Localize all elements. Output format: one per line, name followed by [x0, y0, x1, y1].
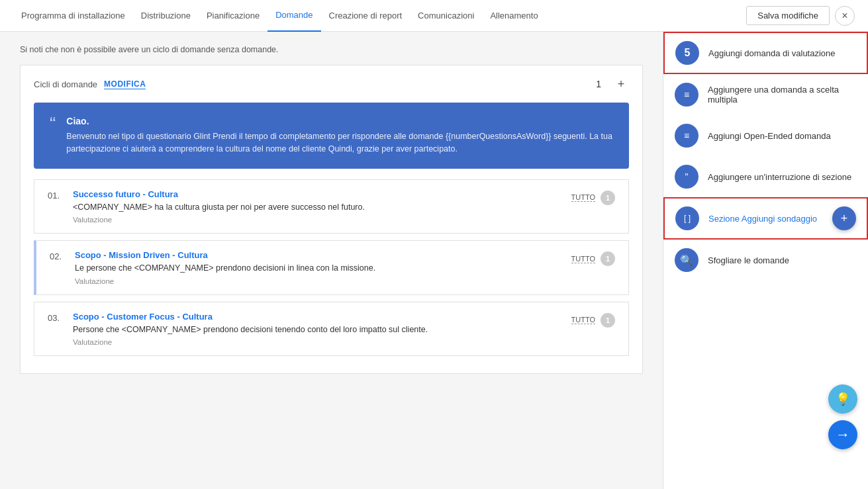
nav-programma[interactable]: Programma di installazione	[13, 0, 133, 32]
fab-group: 💡 →	[828, 384, 857, 449]
action-icon-lines: ≡	[675, 124, 699, 148]
question-number: 02.	[50, 250, 66, 261]
action-icon-quote: "	[675, 165, 699, 189]
note-text: Si noti che non è possibile avere un cic…	[20, 45, 643, 54]
cycles-label: Cicli di domande	[34, 79, 97, 89]
question-row: 02. Scopo - Mission Driven - Cultura Le …	[34, 240, 629, 295]
question-audience[interactable]: TUTTO	[571, 255, 595, 263]
question-right: TUTTO 1	[571, 250, 615, 266]
intro-body: Benvenuto nel tipo di questionario Glint…	[66, 130, 613, 156]
action-item-valutazione[interactable]: 5 Aggiungi domanda di valutazione	[663, 32, 868, 74]
center-panel: Si noti che non è possibile avere un cic…	[0, 32, 663, 489]
question-text: <COMPANY_NAME> ha la cultura giusta per …	[73, 202, 562, 214]
action-icon-search: 🔍	[675, 248, 699, 272]
nav-comunicazioni[interactable]: Comunicazioni	[410, 0, 482, 32]
question-badge: 1	[601, 191, 615, 205]
nav-domande[interactable]: Domande	[267, 0, 320, 32]
sezione-plus-fab[interactable]: +	[832, 206, 856, 230]
question-body: Scopo - Customer Focus - Cultura Persone…	[73, 312, 562, 347]
top-navigation: Programma di installazione Distribuzione…	[0, 0, 868, 32]
action-icon-bracket: [ ]	[675, 206, 699, 230]
question-title: Scopo - Customer Focus - Cultura	[73, 312, 562, 322]
action-label-scelta: Aggiungere una domanda a scelta multipla	[708, 85, 857, 105]
intro-title: Ciao.	[66, 116, 613, 126]
quote-icon: “	[50, 113, 56, 134]
question-audience[interactable]: TUTTO	[571, 193, 595, 202]
question-text: Le persone che <COMPANY_NAME> prendono d…	[75, 263, 562, 275]
close-button[interactable]: ×	[835, 6, 855, 26]
cycles-add-button[interactable]: +	[613, 76, 629, 92]
action-list: 5 Aggiungi domanda di valutazione ≡ Aggi…	[663, 32, 868, 281]
bulb-fab[interactable]: 💡	[828, 384, 857, 414]
action-item-sezione[interactable]: [ ] Sezione Aggiungi sondaggio +	[663, 197, 868, 240]
question-type: Valutazione	[73, 338, 562, 346]
question-badge: 1	[601, 251, 615, 266]
question-number: 01.	[48, 189, 64, 200]
question-row: 03. Scopo - Customer Focus - Cultura Per…	[34, 302, 629, 357]
cycles-container: Cicli di domande MODIFICA 1 + “ Ciao. Be…	[20, 65, 643, 374]
action-label-valutazione: Aggiungi domanda di valutazione	[708, 48, 836, 58]
action-item-sfogliare[interactable]: 🔍 Sfogliare le domande	[663, 240, 868, 281]
action-label-sfogliare: Sfogliare le domande	[708, 255, 789, 265]
cycles-modifica-button[interactable]: MODIFICA	[104, 79, 146, 89]
question-type: Valutazione	[75, 277, 562, 285]
intro-card: “ Ciao. Benvenuto nel tipo di questionar…	[34, 103, 629, 169]
question-type: Valutazione	[73, 216, 562, 224]
question-body: Scopo - Mission Driven - Cultura Le pers…	[75, 250, 562, 285]
nav-creazione[interactable]: Creazione di report	[321, 0, 410, 32]
nav-pianificazione[interactable]: Pianificazione	[199, 0, 267, 32]
question-title: Successo futuro - Cultura	[73, 189, 562, 199]
action-item-open-ended[interactable]: ≡ Aggiungi Open-Ended domanda	[663, 115, 868, 156]
action-label-sezione: Sezione Aggiungi sondaggio	[708, 214, 817, 224]
action-label-open: Aggiungi Open-Ended domanda	[708, 131, 831, 141]
question-audience[interactable]: TUTTO	[571, 316, 595, 324]
right-panel: 5 Aggiungi domanda di valutazione ≡ Aggi…	[663, 32, 868, 489]
question-body: Successo futuro - Cultura <COMPANY_NAME>…	[73, 189, 562, 224]
main-layout: Si noti che non è possibile avere un cic…	[0, 32, 868, 489]
intro-content: Ciao. Benvenuto nel tipo di questionario…	[66, 116, 613, 156]
question-number: 03.	[48, 312, 64, 323]
question-row: 01. Successo futuro - Cultura <COMPANY_N…	[34, 179, 629, 234]
action-item-scelta-multipla[interactable]: ≡ Aggiungere una domanda a scelta multip…	[663, 74, 868, 115]
cycles-header: Cicli di domande MODIFICA 1 +	[34, 76, 629, 92]
question-title: Scopo - Mission Driven - Cultura	[75, 250, 562, 260]
action-label-interruzione: Aggiungere un'interruzione di sezione	[708, 172, 851, 182]
question-text: Persone che <COMPANY_NAME> prendono deci…	[73, 324, 562, 336]
action-item-interruzione[interactable]: " Aggiungere un'interruzione di sezione	[663, 156, 868, 197]
question-right: TUTTO 1	[571, 189, 615, 205]
save-button[interactable]: Salva modifiche	[746, 6, 830, 25]
cycles-count: 1	[596, 79, 601, 89]
action-icon-list: ≡	[675, 83, 699, 107]
question-right: TUTTO 1	[571, 312, 615, 328]
question-badge: 1	[601, 313, 615, 328]
nav-allenamento[interactable]: Allenamento	[482, 0, 546, 32]
action-icon-5: 5	[675, 41, 699, 65]
arrow-fab[interactable]: →	[828, 420, 857, 449]
nav-distribuzione[interactable]: Distribuzione	[133, 0, 199, 32]
